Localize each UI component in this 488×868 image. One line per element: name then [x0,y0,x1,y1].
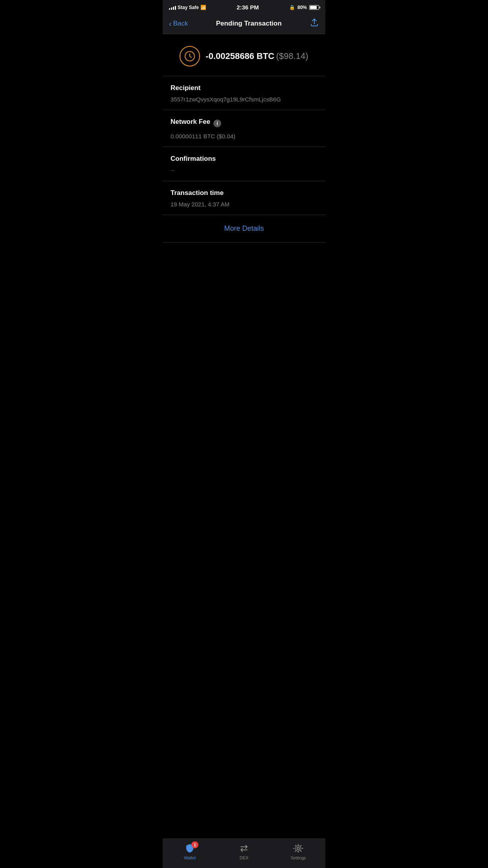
signal-bar-1 [169,8,170,10]
more-details-button[interactable]: More Details [224,223,264,234]
back-chevron-icon: ‹ [169,20,172,28]
nav-bar: ‹ Back Pending Transaction [163,13,325,34]
carrier-label: Stay Safe [178,5,199,10]
confirmations-value: -- [171,166,317,175]
confirmations-label: Confirmations [171,155,317,163]
network-fee-section: Network Fee i 0.00000111 BTC ($0.04) [163,110,325,147]
wifi-icon: 📶 [200,5,206,10]
recipient-label: Recipient [171,84,317,92]
status-left: Stay Safe 📶 [169,5,206,10]
transaction-amount-container: -0.00258686 BTC ($98.14) [205,51,308,61]
share-icon [310,18,319,27]
confirmations-section: Confirmations -- [163,147,325,181]
more-details-section: More Details [163,215,325,243]
signal-bar-4 [175,6,176,10]
recipient-section: Recipient 3557r1zwQvysXqoq7g19L9rCfsmLjc… [163,76,325,110]
network-fee-info-button[interactable]: i [213,120,221,127]
main-content: -0.00258686 BTC ($98.14) Recipient 3557r… [163,34,325,321]
signal-bars [169,5,176,10]
transaction-time-value: 19 May 2021, 4:37 AM [171,200,317,208]
transaction-amount-usd: ($98.14) [276,51,308,61]
network-fee-value: 0.00000111 BTC ($0.04) [171,132,317,140]
network-fee-label: Network Fee [171,118,210,126]
signal-bar-2 [171,7,172,10]
recipient-address: 3557r1zwQvysXqoq7g19L9rCfsmLjcsB6G [171,95,317,103]
lock-icon: 🔒 [289,5,295,10]
content-spacer [163,243,325,321]
battery-percent: 80% [297,5,307,10]
share-button[interactable] [310,18,319,29]
transaction-time-label: Transaction time [171,189,317,197]
network-fee-label-row: Network Fee i [171,118,317,129]
clock-svg [184,51,195,62]
status-bar: Stay Safe 📶 2:36 PM 🔒 80% [163,0,325,13]
transaction-time-section: Transaction time 19 May 2021, 4:37 AM [163,181,325,215]
status-right: 🔒 80% [289,5,319,10]
battery-icon [309,5,319,10]
signal-bar-3 [173,7,174,10]
pending-clock-icon [180,46,200,66]
back-label: Back [173,20,188,28]
page-title: Pending Transaction [216,20,282,28]
transaction-amount-btc: -0.00258686 BTC [205,51,274,61]
status-time: 2:36 PM [237,4,259,11]
back-button[interactable]: ‹ Back [169,20,188,28]
battery-fill [310,6,317,9]
transaction-header: -0.00258686 BTC ($98.14) [163,34,325,76]
